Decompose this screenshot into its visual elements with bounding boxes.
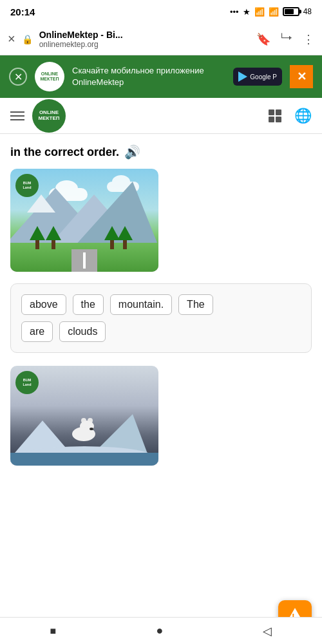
battery-fill: [285, 9, 294, 14]
battery-text: 48: [303, 7, 312, 16]
polar-bear: [68, 415, 100, 441]
content-area: in the correct order. 🔊: [0, 134, 322, 476]
arctic-image-card: BUMLand: [10, 366, 158, 466]
tree1: [30, 226, 45, 249]
browser-url: onlinemektep.org: [39, 40, 250, 49]
share-icon[interactable]: ⮡: [281, 32, 292, 46]
bum-land-text-2: BUMLand: [23, 378, 31, 386]
tree2: [46, 226, 61, 249]
bear-nose: [90, 428, 93, 430]
word-chip-above[interactable]: above: [21, 294, 66, 315]
word-chip-clouds[interactable]: clouds: [59, 321, 106, 342]
play-icon: [238, 71, 247, 82]
lock-icon: 🔒: [22, 34, 33, 44]
menu-dots-icon[interactable]: ⋮: [303, 32, 314, 46]
dismiss-icon: ✕: [297, 70, 307, 84]
audio-button[interactable]: 🔊: [124, 144, 140, 160]
hamburger-menu-button[interactable]: [10, 111, 24, 120]
google-play-button[interactable]: Google P: [233, 68, 282, 86]
status-bar: 20:14 ••• ★ 📶 📶 48: [0, 0, 322, 23]
dots-icon: •••: [230, 7, 239, 17]
wifi-icon: 📶: [269, 7, 279, 17]
site-logo[interactable]: ONLINEМЕКТЕП: [32, 99, 66, 133]
nav-right: 🌐: [269, 108, 312, 124]
bum-land-badge-1: BUMLand: [15, 174, 39, 197]
mountain-image-card: BUMLand: [10, 169, 158, 272]
browser-actions: 🔖 ⮡ ⋮: [256, 32, 314, 46]
bluetooth-icon: ★: [243, 7, 251, 17]
hamburger-line1: [10, 111, 24, 113]
browser-bar: × 🔒 OnlineMektep - Bi... onlinemektep.or…: [0, 23, 322, 55]
ad-logo: ONLINEМЕКТЕП: [35, 62, 64, 91]
nav-left: ONLINEМЕКТЕП: [10, 99, 66, 133]
tree4: [104, 226, 120, 249]
status-icons: ••• ★ 📶 📶 48: [230, 7, 312, 17]
word-row-2: are clouds: [21, 321, 301, 342]
mountain-snow: [27, 194, 55, 213]
road: [71, 249, 97, 272]
word-chip-the[interactable]: the: [73, 294, 104, 315]
ad-banner: ✕ ONLINEМЕКТЕП Скачайте мобильное прилож…: [0, 55, 322, 98]
android-square-button[interactable]: ■: [50, 625, 57, 637]
ad-text: Скачайте мобильное приложение OnlineMekt…: [72, 65, 225, 88]
browser-close-button[interactable]: ×: [8, 32, 15, 46]
bum-land-badge-2: BUMLand: [15, 371, 39, 394]
nav-bar: ONLINEМЕКТЕП 🌐: [0, 98, 322, 134]
ad-dismiss-button[interactable]: ✕: [290, 65, 313, 88]
android-home-button[interactable]: ●: [156, 624, 163, 638]
word-row-1: above the mountain. The: [21, 294, 301, 315]
android-back-button[interactable]: ◁: [263, 624, 272, 638]
grid-view-button[interactable]: [269, 109, 281, 122]
close-circle-icon: ✕: [14, 71, 23, 83]
word-box: above the mountain. The are clouds: [10, 283, 312, 353]
browser-url-area: OnlineMektep - Bi... onlinemektep.org: [39, 30, 250, 49]
hamburger-line3: [10, 119, 24, 120]
task-instruction: in the correct order. 🔊: [10, 144, 312, 160]
hamburger-line2: [10, 115, 24, 117]
bookmark-icon[interactable]: 🔖: [256, 32, 270, 46]
word-chip-The[interactable]: The: [178, 294, 213, 315]
signal-icon: 📶: [254, 7, 265, 17]
water: [10, 453, 158, 466]
instruction-text: in the correct order.: [10, 146, 119, 159]
word-chip-are[interactable]: are: [21, 321, 53, 342]
google-play-label: Google P: [250, 73, 277, 80]
status-time: 20:14: [10, 6, 35, 17]
word-chip-mountain[interactable]: mountain.: [110, 294, 172, 315]
android-nav-bar: ■ ● ◁: [0, 617, 322, 644]
language-button[interactable]: 🌐: [294, 108, 312, 124]
browser-title: OnlineMektep - Bi...: [39, 30, 250, 40]
ad-logo-text: ONLINEМЕКТЕП: [41, 71, 59, 81]
ad-banner-close-button[interactable]: ✕: [9, 68, 27, 86]
bum-land-text-1: BUMLand: [23, 181, 31, 189]
battery-icon: [283, 7, 299, 16]
logo-text: ONLINEМЕКТЕП: [38, 110, 59, 122]
